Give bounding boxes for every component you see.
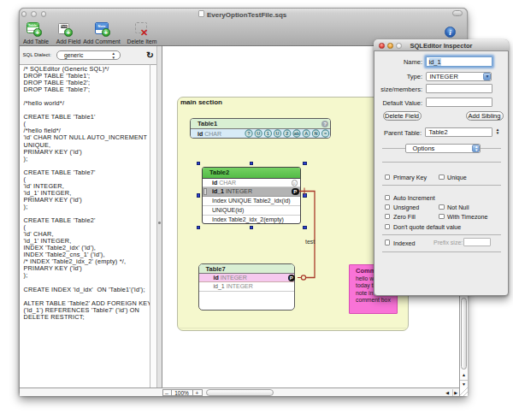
svg-text:U: U: [276, 131, 280, 136]
svg-text:A: A: [304, 131, 308, 136]
svg-text:=: =: [324, 131, 327, 136]
svg-text:1: 1: [267, 131, 269, 136]
svg-text:ab: ab: [294, 131, 300, 136]
svg-text:N: N: [314, 131, 317, 136]
svg-text:2: 2: [286, 131, 288, 136]
svg-text:U: U: [256, 131, 260, 136]
